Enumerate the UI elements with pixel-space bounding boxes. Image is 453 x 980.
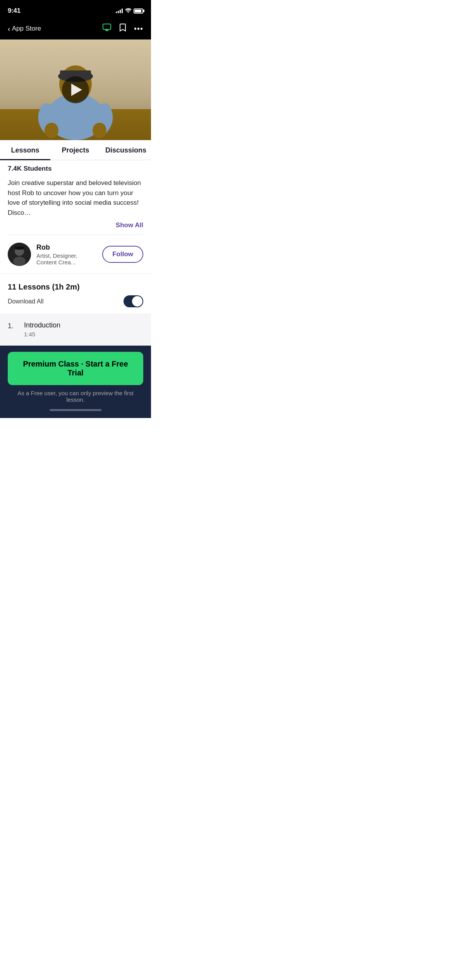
tab-discussions[interactable]: Discussions: [101, 140, 151, 160]
nav-bar: ‹ App Store •••: [0, 19, 151, 39]
download-toggle[interactable]: [124, 295, 143, 307]
content-area: 7.4K Students Join creative superstar an…: [0, 160, 151, 314]
description-block: Join creative superstar and beloved tele…: [0, 173, 151, 218]
bookmark-icon[interactable]: [119, 23, 126, 34]
nav-action-icons: •••: [102, 23, 143, 34]
lessons-list: 1. Introduction 1:45: [0, 314, 151, 346]
instructor-title: Artist, Designer, Content Crea...: [36, 252, 97, 266]
instructor-avatar: [8, 243, 31, 266]
download-row: Download All: [0, 294, 151, 314]
more-icon[interactable]: •••: [134, 24, 143, 33]
lessons-count-title: 11 Lessons (1h 2m): [8, 283, 143, 291]
tab-projects[interactable]: Projects: [50, 140, 101, 160]
svg-point-9: [13, 257, 26, 266]
lesson-title: Introduction: [24, 321, 143, 329]
back-arrow-icon: ‹: [8, 25, 10, 33]
follow-button[interactable]: Follow: [102, 246, 143, 263]
cta-subtitle: As a Free user, you can only preview the…: [8, 390, 143, 406]
instructor-info: Rob Artist, Designer, Content Crea...: [36, 243, 97, 266]
status-icons: [116, 8, 143, 14]
lesson-number: 1.: [8, 321, 19, 330]
show-all-button[interactable]: Show All: [116, 221, 143, 229]
show-all-container: Show All: [0, 218, 151, 235]
cta-button[interactable]: Premium Class · Start a Free Trial: [8, 352, 143, 385]
back-label: App Store: [12, 25, 41, 33]
svg-rect-0: [103, 24, 111, 29]
lesson-info: Introduction 1:45: [24, 321, 143, 338]
lesson-item[interactable]: 1. Introduction 1:45: [0, 314, 151, 346]
back-button[interactable]: ‹ App Store: [8, 25, 41, 33]
lessons-header: 11 Lessons (1h 2m): [0, 274, 151, 294]
description-text: Join creative superstar and beloved tele…: [8, 178, 143, 218]
lesson-duration: 1:45: [24, 331, 143, 338]
tabs-bar: Lessons Projects Discussions: [0, 140, 151, 160]
bottom-cta: Premium Class · Start a Free Trial As a …: [0, 346, 151, 418]
instructor-row: Rob Artist, Designer, Content Crea... Fo…: [0, 235, 151, 274]
students-count: 7.4K Students: [0, 160, 151, 173]
svg-rect-11: [15, 247, 24, 249]
home-indicator: [50, 409, 101, 411]
svg-point-6: [93, 123, 106, 138]
toggle-knob: [132, 296, 142, 307]
status-bar: 9:41: [0, 0, 151, 19]
status-time: 9:41: [8, 7, 21, 15]
instructor-name: Rob: [36, 243, 97, 252]
signal-icon: [116, 9, 123, 13]
battery-icon: [134, 9, 143, 14]
airplay-icon[interactable]: [102, 23, 112, 34]
wifi-icon: [125, 8, 131, 14]
play-button[interactable]: [62, 76, 89, 103]
play-icon: [71, 84, 82, 96]
tab-lessons[interactable]: Lessons: [0, 140, 50, 160]
download-all-label: Download All: [8, 298, 44, 305]
video-player[interactable]: [0, 39, 151, 140]
svg-point-5: [45, 123, 58, 138]
